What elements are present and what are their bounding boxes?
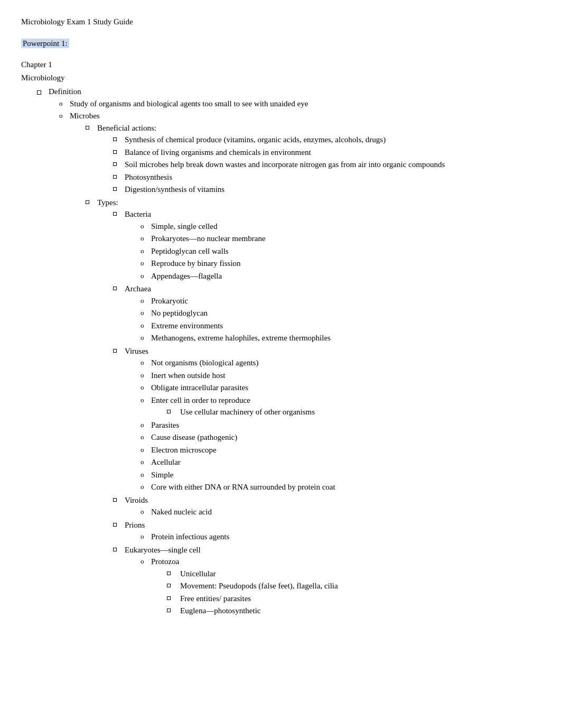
list-item: o Simple, single celled — [141, 220, 540, 233]
o-bullet-icon: o — [141, 506, 151, 517]
o-bullet-icon: o — [141, 357, 151, 368]
list-item: Photosynthesis — [113, 171, 540, 183]
o-bullet-icon: o — [141, 245, 151, 256]
list-item: Balance of living organisms and chemical… — [113, 146, 540, 159]
bullet-icon — [113, 171, 125, 181]
list-item: o Protozoa — [141, 556, 540, 618]
o-bullet-icon: o — [141, 556, 151, 567]
doc-title: Microbiology Exam 1 Study Guide — [21, 16, 540, 28]
bullet-icon — [37, 86, 49, 96]
list-item: o Peptidoglycan cell walls — [141, 245, 540, 257]
list-item: Types: — [86, 197, 540, 619]
chapter-title: Chapter 1 — [21, 59, 540, 71]
bullet-icon — [113, 544, 125, 554]
list-item: Euglena—photosynthetic — [167, 605, 540, 617]
bullet-icon — [113, 519, 125, 529]
o-bullet-icon: o — [141, 531, 151, 542]
list-item: o Microbes Beneficial action — [59, 110, 540, 619]
list-item: Prions o Protein infectious agents — [113, 519, 540, 543]
list-item: o Obligate intracellular parasites — [141, 382, 540, 394]
o-bullet-icon: o — [141, 469, 151, 480]
o-bullet-icon: o — [141, 332, 151, 343]
list-item: o Prokaryotic — [141, 295, 540, 307]
o-bullet-icon: o — [141, 481, 151, 492]
section-title: Microbiology — [21, 72, 540, 84]
list-item: Definition o Study of organisms and biol… — [37, 86, 540, 620]
bullet-icon — [167, 605, 180, 615]
list-item: o Naked nucleic acid — [141, 506, 540, 518]
o-bullet-icon: o — [141, 370, 151, 381]
o-bullet-icon: o — [141, 394, 151, 406]
bullet-icon — [167, 568, 180, 578]
list-item: o Extreme environments — [141, 320, 540, 332]
list-item: o Reproduce by binary fission — [141, 257, 540, 270]
document-container: Microbiology Exam 1 Study Guide Powerpoi… — [21, 16, 540, 620]
o-bullet-icon: o — [141, 320, 151, 331]
microbes-section: Microbes Beneficial actions: — [70, 110, 540, 619]
bullet-icon — [167, 406, 180, 416]
o-bullet-icon: o — [141, 257, 151, 269]
o-bullet-icon: o — [141, 382, 151, 393]
list-item: o Simple — [141, 469, 540, 481]
list-item: o Study of organisms and biological agen… — [59, 98, 540, 110]
list-item: Bacteria o Simple, single celled — [113, 208, 540, 282]
list-item: Digestion/synthesis of vitamins — [113, 183, 540, 196]
list-item: o Methanogens, extreme halophiles, extre… — [141, 332, 540, 344]
list-item: o Inert when outside host — [141, 370, 540, 382]
bullet-icon — [113, 159, 125, 169]
list-item: o Acellular — [141, 456, 540, 468]
list-item: Archaea o Prokaryotic — [113, 283, 540, 345]
o-bullet-icon: o — [141, 419, 151, 430]
list-item: Free entities/ parasites — [167, 593, 540, 605]
o-bullet-icon: o — [141, 444, 151, 455]
bullet-icon — [113, 183, 125, 193]
list-item: o Not organisms (biological agents) — [141, 357, 540, 369]
list-item: o Prokaryotes—no nuclear membrane — [141, 233, 540, 245]
bullet-icon — [86, 122, 97, 132]
list-item: Beneficial actions: Synthesis of chemica… — [86, 122, 540, 196]
powerpoint-label: Powerpoint 1: — [21, 38, 540, 50]
bullet-icon — [113, 283, 125, 293]
list-item: Eukaryotes—single cell o Protozoa — [113, 544, 540, 618]
bullet-icon — [113, 494, 125, 504]
bullet-icon — [167, 580, 180, 590]
list-item: o No peptidoglycan — [141, 307, 540, 319]
o-bullet-icon: o — [141, 456, 151, 467]
list-item: Viroids o Naked nucleic acid — [113, 494, 540, 519]
list-item: o Appendages—flagella — [141, 270, 540, 282]
bullet-icon — [167, 593, 180, 603]
o-bullet-icon: o — [141, 295, 151, 306]
list-item: Use cellular machinery of other organism… — [167, 406, 540, 418]
o-bullet-icon: o — [141, 270, 151, 281]
list-item: o Parasites — [141, 419, 540, 431]
o-bullet-icon: o — [59, 98, 70, 109]
o-bullet-icon: o — [59, 110, 70, 121]
list-item: Viruses o Not organisms (biological agen… — [113, 345, 540, 494]
o-bullet-icon: o — [141, 220, 151, 232]
bullet-icon — [113, 208, 125, 218]
powerpoint-highlight: Powerpoint 1: — [21, 39, 69, 48]
bullet-icon — [113, 146, 125, 156]
list-item: Movement: Pseudopods (false feet), flage… — [167, 580, 540, 592]
o-bullet-icon: o — [141, 233, 151, 244]
list-item: o Protein infectious agents — [141, 531, 540, 543]
list-item: o Electron microscope — [141, 444, 540, 456]
definition-section: Definition o Study of organisms and biol… — [49, 86, 540, 620]
o-bullet-icon: o — [141, 307, 151, 318]
list-item: Soil microbes help break down wastes and… — [113, 159, 540, 171]
list-item: o Core with either DNA or RNA surrounded… — [141, 481, 540, 493]
bullet-icon — [113, 345, 125, 355]
o-bullet-icon: o — [141, 431, 151, 443]
list-item: Unicellular — [167, 568, 540, 580]
list-item: o Enter cell in order to reproduce — [141, 394, 540, 419]
bullet-icon — [86, 197, 97, 207]
list-item: o Cause disease (pathogenic) — [141, 431, 540, 444]
list-item: Synthesis of chemical produce (vitamins,… — [113, 134, 540, 146]
bullet-icon — [113, 134, 125, 144]
